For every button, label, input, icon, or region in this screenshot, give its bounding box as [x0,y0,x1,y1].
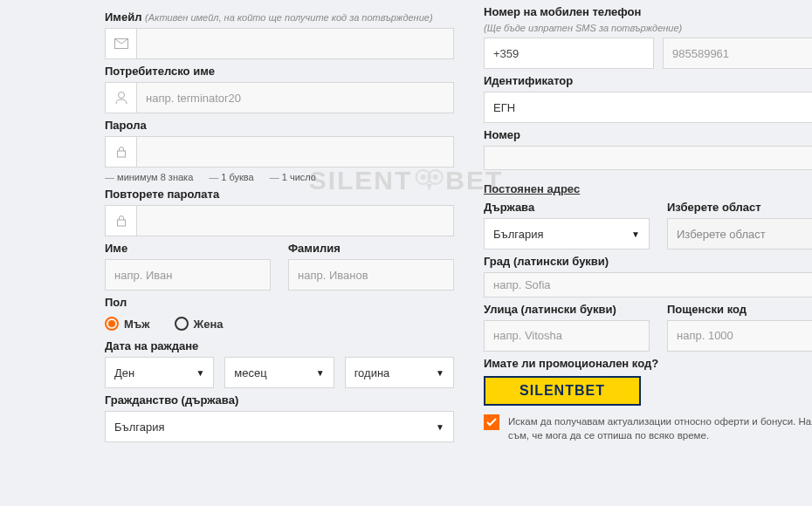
username-label: Потребителско име [105,65,454,78]
phone-hint: (Ще бъде изпратен SMS за потвърждение) [484,23,812,33]
password-field[interactable] [136,136,454,168]
postal-label: Пощенски код [667,303,812,316]
street-field[interactable] [484,320,650,352]
consent-checkbox[interactable] [484,414,499,430]
firstname-label: Име [105,242,271,255]
password-confirm-field[interactable] [136,205,454,236]
gender-label: Пол [105,296,454,309]
radio-selected-icon [105,317,119,331]
svg-rect-6 [117,151,125,157]
postal-field[interactable] [667,320,812,352]
region-select[interactable]: Изберете област▼ [667,218,812,250]
caret-down-icon: ▼ [196,368,204,378]
city-field[interactable] [484,272,812,297]
phone-number-field[interactable] [663,38,812,69]
caret-down-icon: ▼ [631,229,640,239]
identifier-select[interactable]: ЕГН▼ [484,92,812,123]
citizenship-select[interactable]: България▼ [105,411,454,442]
caret-down-icon: ▼ [436,422,444,432]
lastname-field[interactable] [288,259,454,291]
region-label: Изберете област [667,201,812,214]
password-rules: минимум 8 знака 1 буква 1 число [105,172,454,182]
identifier-label: Идентификатор [484,74,812,87]
address-section-title: Постоянен адрес [484,182,812,195]
check-icon [486,418,497,427]
svg-rect-7 [117,220,125,226]
street-label: Улица (латински букви) [484,303,650,316]
country-select[interactable]: България▼ [484,218,650,250]
lock-icon [105,136,136,168]
left-column: Имейл (Активен имейл, на който ще получи… [105,5,454,442]
city-label: Град (латински букви) [484,255,812,268]
gender-radio-male[interactable]: Мъж [105,317,150,331]
dob-year-select[interactable]: година▼ [345,357,454,388]
phone-label: Номер на мобилен телефон [484,5,812,18]
lastname-label: Фамилия [288,242,454,255]
mail-icon [105,28,136,59]
email-label: Имейл (Активен имейл, на който ще получи… [105,10,454,24]
promo-label: Имате ли промоционален код? [484,357,812,370]
password-label: Парола [105,119,454,132]
gender-radio-female[interactable]: Жена [175,317,224,331]
dob-month-select[interactable]: месец▼ [224,357,334,388]
dob-day-select[interactable]: Ден▼ [105,357,214,388]
caret-down-icon: ▼ [436,368,444,378]
caret-down-icon: ▼ [316,368,325,378]
dob-label: Дата на раждане [105,339,454,352]
username-field[interactable] [136,82,454,113]
password2-label: Повторете паролата [105,188,454,201]
registration-form: Имейл (Активен имейл, на който ще получи… [0,0,812,442]
phone-prefix-field[interactable] [484,38,654,69]
right-column: Номер на мобилен телефон (Ще бъде изпрат… [484,5,812,442]
user-icon [105,82,136,113]
number-field[interactable] [484,146,812,170]
number-label: Номер [484,128,812,141]
citizenship-label: Гражданство (държава) [105,393,454,407]
lock-icon [105,205,136,236]
firstname-field[interactable] [105,259,271,291]
promo-code-box[interactable]: SILENTBET [484,376,641,406]
svg-point-5 [118,92,124,99]
radio-unselected-icon [175,317,189,331]
country-label: Държава [484,201,650,214]
consent-text: Искам да получавам актуализации относно … [508,414,812,442]
email-field[interactable] [136,28,454,59]
